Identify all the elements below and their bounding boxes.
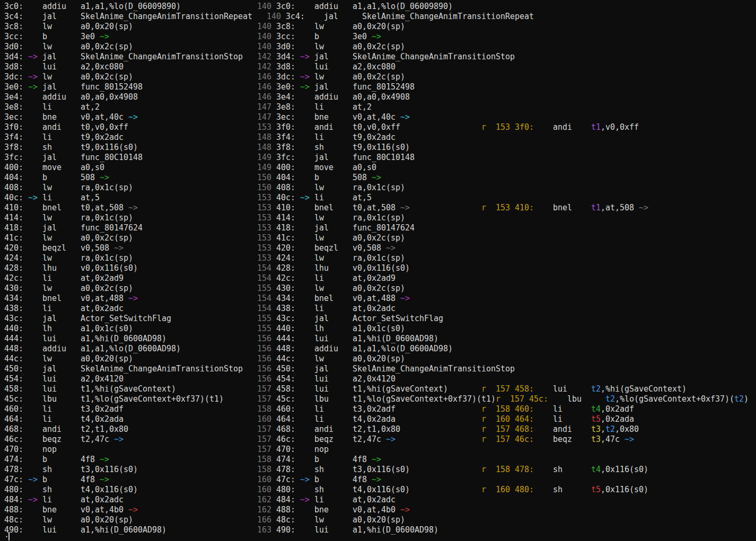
line-number-text: 140 <box>257 2 271 11</box>
right-mnemonic: li <box>553 404 562 414</box>
line-number-text: 153 <box>257 233 271 243</box>
left-mnemonic: li <box>42 414 52 424</box>
mid-operands-text: a0,0x2c(sp) <box>353 283 405 293</box>
left-address-text: 480: <box>4 485 23 494</box>
left-operands-text: a0,0x2c(sp) <box>81 283 133 293</box>
right-address-text: 460: <box>515 404 534 414</box>
left-address: 44c: <box>4 354 23 364</box>
left-mnemonic: li <box>42 273 52 283</box>
mid-operands: t1,%lo(gSaveContext+0xf37)(t1) <box>353 394 496 404</box>
terminal[interactable]: 3c0:addiua1,a1,%lo(D_06009890)1403c0:add… <box>0 0 756 541</box>
line-number-text: 140 <box>267 12 281 21</box>
left-address: 400: <box>4 163 23 173</box>
asm-row-484: 484:~>liat,0x2adc162484:~>liat,0x2adc <box>0 495 756 505</box>
mid-address-text: 444: <box>276 334 295 343</box>
left-mnemonic-text: bnel <box>42 203 61 212</box>
left-address-text: 3e0: <box>4 82 23 92</box>
mid-address: 474: <box>276 455 295 465</box>
left-operands-text: at,5 <box>81 193 100 202</box>
asm-row-43c: 43c:jalActor_SetSwitchFlag15543c:jalActo… <box>0 314 756 324</box>
mid-address: 490: <box>276 525 295 535</box>
line-number: 163 <box>257 525 271 535</box>
mid-address: 46c: <box>276 434 295 445</box>
left-operands-text: ~> <box>128 112 138 122</box>
left-address-text: 474: <box>4 455 23 464</box>
asm-row-3d0: 3d0:lwa0,0x2c(sp)1403d0:lwa0,0x2c(sp) <box>0 42 756 52</box>
left-operands: a0,s0 <box>81 163 104 173</box>
mid-operands-text: Actor_SetSwitchFlag <box>353 314 443 323</box>
right-operands: t5,0x116(s0) <box>591 485 648 495</box>
left-address: 454: <box>4 374 23 384</box>
mid-operands: a1,%hi(D_0600AD98) <box>353 334 438 344</box>
mid-operands-text: at,0x2ad9 <box>353 273 395 283</box>
mid-mnemonic: lui <box>314 62 329 72</box>
mid-address-text: 48c: <box>276 515 295 525</box>
mid-mnemonic-text: bne <box>314 505 329 515</box>
line-number-text: 157 <box>257 445 271 454</box>
mid-operands: t3,0x116(s0) <box>353 465 410 475</box>
left-mnemonic-text: sh <box>42 143 52 152</box>
right-address-text: 478: <box>515 465 534 474</box>
line-number: 155 <box>257 314 271 324</box>
mid-mnemonic: lw <box>314 354 324 364</box>
left-operands: t2,47c ~> <box>81 434 124 445</box>
line-number: 153 <box>257 223 271 233</box>
right-address: 45c: <box>529 394 548 404</box>
mid-mnemonic: lhu <box>314 263 329 273</box>
left-operands-text: ~> <box>128 203 138 212</box>
right-address-text: 480: <box>515 485 534 494</box>
right-operands-text: ~> <box>625 434 634 444</box>
left-mnemonic-text: andi <box>42 424 61 434</box>
left-address-text: 3cc: <box>4 32 23 41</box>
right-operands-text: t3 <box>591 434 601 444</box>
mid-address-text: 3d0: <box>276 42 295 51</box>
mid-address: 438: <box>276 304 295 314</box>
mid-operands-text: ~> <box>400 294 410 303</box>
left-operands: at,0x2ad9 <box>81 273 124 283</box>
mid-address-text: 478: <box>276 465 295 474</box>
left-address-text: 42c: <box>4 273 23 283</box>
line-number: 149 <box>257 153 271 163</box>
left-address: 3cc: <box>4 32 23 42</box>
line-number-text: 147 <box>257 112 271 122</box>
reg-diff-marker: r <box>481 485 486 495</box>
reg-diff-marker: r <box>481 465 486 475</box>
left-mnemonic-text: b <box>42 32 47 41</box>
mid-mnemonic: bne <box>314 112 329 122</box>
left-operands: 508 ~> <box>81 173 109 183</box>
left-address-text: 3e4: <box>4 92 23 102</box>
mid-operands-text: a1,a1,%lo(D_06009890) <box>353 2 453 11</box>
right-operands: t1,at,508 ~> <box>591 203 648 213</box>
mid-address-text: 490: <box>276 525 295 535</box>
mid-operands: a2,0x4120 <box>353 374 395 384</box>
left-mnemonic: lh <box>42 324 52 334</box>
left-operands: v0,0x116(s0) <box>81 263 138 273</box>
line-number: 146 <box>257 92 271 102</box>
line-number-text: 146 <box>257 72 271 82</box>
left-operands: a1,a1,%lo(D_0600AD98) <box>81 344 181 354</box>
line-number-text: 156 <box>257 344 271 353</box>
line-number: 153 <box>257 213 271 223</box>
asm-row-418: 418:jalfunc_80147624153418:jalfunc_80147… <box>0 223 756 233</box>
left-operands: a0,0x20(sp) <box>81 515 133 525</box>
left-address-text: 470: <box>4 445 23 454</box>
left-operands-text: ra,0x1c(sp) <box>81 213 133 223</box>
right-address: 3f0: <box>515 122 534 132</box>
line-number: 156 <box>257 334 271 344</box>
line-number: 156 <box>257 344 271 354</box>
mid-operands: t0,at,508 ~> <box>353 203 410 213</box>
left-operands: SkelAnime_ChangeAnimTransitionStop <box>81 364 243 374</box>
left-operands: t9,0x116(s0) <box>81 143 138 153</box>
left-mnemonic: b <box>42 32 47 42</box>
mid-operands-text: ~> <box>400 203 410 212</box>
mid-mnemonic-text: addiu <box>314 344 338 353</box>
left-mnemonic: li <box>42 304 52 314</box>
left-mnemonic: lw <box>42 183 52 193</box>
mid-operands: func_80C10148 <box>353 153 415 163</box>
right-address-text: 468: <box>515 424 534 434</box>
mid-mnemonic: lh <box>314 324 324 334</box>
mid-operands-text: a1,a1,%lo(D_0600AD98) <box>353 344 453 353</box>
right-address-text: 46c: <box>515 434 534 444</box>
left-address-text: 468: <box>4 424 23 434</box>
left-address-text: 45c: <box>4 394 23 404</box>
